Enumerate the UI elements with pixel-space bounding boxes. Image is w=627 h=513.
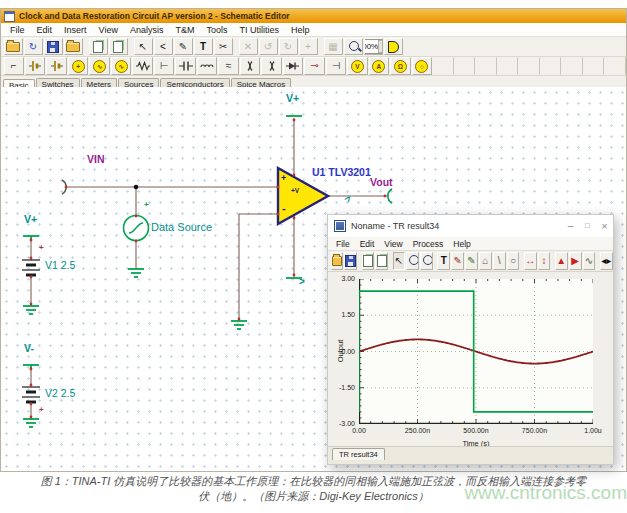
save-icon[interactable] bbox=[44, 38, 63, 55]
minimize-button[interactable]: – bbox=[562, 215, 579, 237]
vminus-left-label[interactable]: V- bbox=[24, 342, 34, 354]
copy-icon[interactable] bbox=[89, 38, 108, 55]
accumulator-icon[interactable] bbox=[46, 57, 66, 75]
close-button[interactable]: × bbox=[596, 215, 613, 237]
menu-insert[interactable]: Insert bbox=[58, 25, 93, 35]
copy-page-icon[interactable] bbox=[362, 252, 375, 270]
switch-icon[interactable]: ⊢ bbox=[154, 57, 174, 75]
v2-value-label[interactable]: V2 2.5 bbox=[45, 387, 75, 399]
vplus-left-label[interactable]: V+ bbox=[24, 213, 37, 225]
paste-icon[interactable] bbox=[109, 38, 128, 55]
home-icon[interactable]: ⌂ bbox=[479, 252, 492, 270]
diode-icon[interactable] bbox=[283, 57, 303, 75]
rotate-right-icon[interactable]: ↻ bbox=[279, 38, 298, 55]
menu-analysis[interactable]: Analysis bbox=[124, 25, 170, 35]
brush-icon[interactable]: ✎ bbox=[465, 252, 478, 270]
wire-icon[interactable]: ⌐ bbox=[4, 57, 24, 75]
inductor-icon[interactable] bbox=[197, 57, 217, 75]
v1-value-label[interactable]: V1 2.5 bbox=[45, 259, 75, 271]
menu-view[interactable]: View bbox=[93, 25, 124, 35]
save-icon[interactable] bbox=[344, 252, 357, 270]
autoscale-icon[interactable]: ▲ bbox=[555, 252, 568, 270]
scope-menu-help[interactable]: Help bbox=[448, 239, 475, 249]
ammeter-icon[interactable]: A bbox=[369, 57, 389, 75]
scope-menu-view[interactable]: View bbox=[379, 239, 407, 249]
menu-file[interactable]: File bbox=[4, 25, 31, 35]
zoom-icon[interactable] bbox=[344, 38, 363, 55]
ellipse-icon[interactable]: ○ bbox=[507, 252, 520, 270]
mirror-icon[interactable]: + bbox=[299, 38, 318, 55]
scope-app-icon bbox=[334, 220, 346, 232]
current-generator-icon[interactable]: ∿ bbox=[111, 57, 131, 75]
resistor-icon[interactable] bbox=[132, 57, 152, 75]
text-icon[interactable]: T bbox=[437, 252, 450, 270]
wire-pen-icon[interactable]: ✎ bbox=[174, 38, 193, 55]
voltmeter-icon[interactable]: V bbox=[347, 57, 367, 75]
result-tab[interactable]: TR result34 bbox=[332, 448, 385, 460]
cursor-icon[interactable]: ↖ bbox=[393, 252, 406, 270]
delete-icon[interactable]: ✕ bbox=[239, 38, 258, 55]
open-project-icon[interactable] bbox=[64, 38, 83, 55]
scope-menu-file[interactable]: File bbox=[331, 239, 355, 249]
voltage-source-icon[interactable]: + bbox=[68, 57, 88, 75]
capacitor-icon[interactable] bbox=[175, 57, 195, 75]
menu-help[interactable]: Help bbox=[285, 25, 316, 35]
open-icon[interactable] bbox=[4, 38, 23, 55]
scope-menu-process[interactable]: Process bbox=[408, 239, 449, 249]
menu-tools[interactable]: Tools bbox=[200, 25, 233, 35]
refresh-icon[interactable]: ↻ bbox=[24, 38, 43, 55]
menu-t-m[interactable]: T&M bbox=[169, 25, 200, 35]
cursor-icon: ↖ bbox=[139, 42, 147, 52]
zoom-in-icon[interactable] bbox=[406, 252, 419, 270]
save-icon bbox=[47, 41, 59, 53]
ohmmeter-icon[interactable]: Ω bbox=[390, 57, 410, 75]
y-axis-icon[interactable]: ↕ bbox=[538, 252, 551, 270]
scope-menu-edit[interactable]: Edit bbox=[355, 239, 380, 249]
menu-edit[interactable]: Edit bbox=[31, 25, 59, 35]
u1-label[interactable]: U1 TLV3201 bbox=[312, 166, 371, 178]
scope-window-title: Noname - TR result34 bbox=[351, 221, 439, 231]
last-component-icon[interactable]: < bbox=[154, 38, 173, 55]
io-pin-icon[interactable]: ⊣ bbox=[326, 57, 346, 75]
rotate-left-icon[interactable]: ↺ bbox=[259, 38, 278, 55]
gate-icon[interactable] bbox=[384, 38, 403, 55]
vout-label[interactable]: Vout bbox=[370, 176, 393, 188]
scope-title-bar[interactable]: Noname - TR result34 – □ × bbox=[328, 215, 613, 237]
nonlinear-transformer-icon[interactable] bbox=[261, 57, 281, 75]
curve-icon[interactable]: ∿ bbox=[583, 252, 596, 270]
vplus-top-label[interactable]: V+ bbox=[286, 92, 299, 104]
marker-icon: ▶ bbox=[571, 256, 579, 266]
maximize-button[interactable]: □ bbox=[579, 215, 596, 237]
open-icon[interactable] bbox=[331, 252, 344, 270]
cut-icon[interactable]: ✂ bbox=[214, 38, 233, 55]
data-source-label[interactable]: Data Source bbox=[151, 221, 212, 233]
title-bar[interactable]: Clock and Data Restoration Circuit AP ve… bbox=[1, 9, 626, 23]
transformer-icon[interactable] bbox=[240, 57, 260, 75]
x-axis-icon[interactable]: ↔ bbox=[524, 252, 537, 270]
accumulator-icon bbox=[50, 60, 64, 72]
voltage-generator-icon[interactable]: ∿ bbox=[89, 57, 109, 75]
text-icon[interactable]: T bbox=[194, 38, 213, 55]
pen-icon[interactable]: ✎ bbox=[451, 252, 464, 270]
relay-icon[interactable]: ⊸ bbox=[304, 57, 324, 75]
tr-plot[interactable]: Output Time (s) 3.001.500.00-1.50-3.000.… bbox=[359, 279, 593, 424]
autoscale-icon: ▲ bbox=[556, 256, 566, 266]
vin-label[interactable]: VIN bbox=[87, 153, 105, 165]
toolbar-separator bbox=[520, 254, 523, 269]
line-icon[interactable]: \ bbox=[493, 252, 506, 270]
zoom-level-select[interactable]: 200%▼ bbox=[364, 38, 383, 55]
oscilloscope-icon[interactable]: ○ bbox=[412, 57, 432, 75]
grid-icon[interactable]: ▦ bbox=[324, 38, 343, 55]
x-tick-label: 1.00u bbox=[571, 427, 615, 434]
menu-ti-utilities[interactable]: TI Utilities bbox=[233, 25, 285, 35]
spin-icon[interactable]: ◂▸ bbox=[600, 252, 613, 270]
toolbar-separator bbox=[434, 254, 437, 269]
copy-curve-icon[interactable] bbox=[375, 252, 388, 270]
battery-icon[interactable] bbox=[25, 57, 45, 75]
cursor-icon[interactable]: ↖ bbox=[134, 38, 153, 55]
zoom-out-icon[interactable] bbox=[420, 252, 433, 270]
coupled-inductors-icon[interactable]: ≈ bbox=[218, 57, 238, 75]
marker-icon[interactable]: ▶ bbox=[569, 252, 582, 270]
data-source-plus-sign: + bbox=[144, 200, 149, 209]
watermark: www.cntronics.com bbox=[464, 482, 627, 504]
